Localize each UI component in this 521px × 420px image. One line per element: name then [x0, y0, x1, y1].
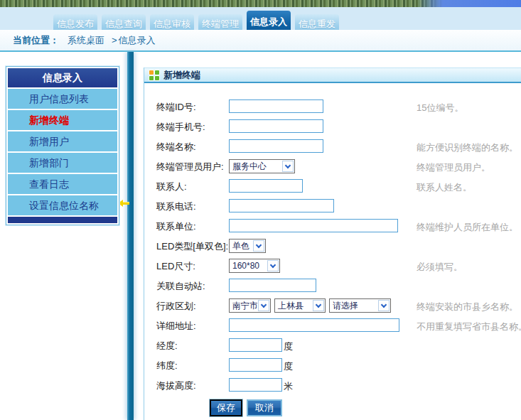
form-row-admin-user: 终端管理员用户: 服务中心 终端管理员用户。 — [144, 159, 521, 179]
longitude-label: 经度: — [156, 338, 229, 352]
region-county-select[interactable]: 上林县 — [274, 298, 326, 313]
sidebar-footer-bar — [8, 217, 117, 223]
led-type-select[interactable]: 单色 — [229, 239, 266, 253]
address-input[interactable] — [229, 318, 399, 332]
contact-name-input[interactable] — [229, 179, 303, 193]
auto-station-input[interactable] — [229, 279, 316, 292]
chevron-down-icon — [253, 240, 264, 252]
sidebar-item-view-log[interactable]: 查看日志 — [8, 174, 117, 194]
sidebar-item-add-department[interactable]: 新增部门 — [8, 153, 117, 173]
terminal-id-label: 终端ID号: — [156, 99, 229, 114]
sidebar-item-user-list[interactable]: 用户信息列表 — [8, 89, 117, 109]
altitude-unit: 米 — [284, 378, 293, 393]
breadcrumb-prefix: 当前位置： — [13, 34, 59, 47]
longitude-input[interactable] — [229, 338, 282, 352]
admin-user-hint: 终端管理员用户。 — [417, 161, 490, 174]
form-row-altitude: 海拔高度: 米 — [144, 378, 521, 398]
terminal-phone-label: 终端手机号: — [156, 119, 229, 134]
sidebar-divider-stripe — [127, 52, 134, 420]
contact-name-label: 联系人: — [156, 179, 229, 193]
form-row-contact-phone: 联系电话: — [144, 199, 521, 219]
form-row-auto-station: 关联自动站: — [144, 279, 521, 298]
led-size-label: LED尺寸: — [156, 259, 229, 273]
panel-title: 新增终端 — [163, 69, 200, 82]
form-row-address: 详细地址: 不用重复填写省市县名称。 — [144, 318, 521, 338]
form-row-terminal-phone: 终端手机号: — [144, 119, 521, 139]
chevron-down-icon — [258, 300, 269, 311]
region-town-select[interactable]: 请选择 — [329, 298, 391, 313]
latitude-input[interactable] — [229, 358, 282, 372]
auto-station-label: 关联自动站: — [156, 279, 229, 293]
region-hint: 终端安装的市县乡名称。 — [417, 301, 518, 313]
sidebar-item-add-user[interactable]: 新增用户 — [8, 131, 117, 151]
breadcrumb-separator: > — [112, 35, 117, 45]
add-terminal-form: 终端ID号: 15位编号。 终端手机号: 终端名称: 能方便识别终端的名称。 终… — [144, 83, 521, 416]
region-city-select[interactable]: 南宁市 — [229, 298, 271, 313]
form-row-terminal-id: 终端ID号: 15位编号。 — [144, 99, 521, 119]
form-row-contact-name: 联系人: 联系人姓名。 — [144, 179, 521, 199]
terminal-id-hint: 15位编号。 — [417, 102, 463, 114]
sidebar-collapse-handle[interactable] — [118, 200, 130, 207]
form-row-latitude: 纬度: 度 — [144, 358, 521, 378]
top-nav-bar: 信息发布 信息查询 信息审核 终端管理 信息录入 信息重发 — [0, 7, 521, 30]
save-button[interactable]: 保存 — [210, 399, 242, 416]
terminal-phone-input[interactable] — [229, 119, 323, 133]
form-row-terminal-name: 终端名称: 能方便识别终端的名称。 — [144, 139, 521, 159]
admin-user-label: 终端管理员用户: — [156, 159, 229, 173]
contact-org-label: 联系单位: — [156, 219, 229, 233]
form-row-led-type: LED类型[单双色]: 单色 — [144, 239, 521, 259]
led-type-label: LED类型[单双色]: — [156, 239, 229, 253]
chevron-down-icon — [313, 300, 324, 311]
contact-org-hint: 终端维护人员所在单位。 — [417, 221, 518, 234]
led-size-hint: 必须填写。 — [417, 261, 463, 274]
chevron-down-icon — [378, 300, 390, 311]
contact-phone-input[interactable] — [229, 199, 334, 212]
breadcrumb-current[interactable]: 信息录入 — [119, 34, 156, 47]
sidebar-item-set-info-slot-name[interactable]: 设置信息位名称 — [8, 195, 117, 215]
altitude-label: 海拔高度: — [156, 378, 229, 392]
address-label: 详细地址: — [156, 318, 229, 333]
admin-user-select[interactable]: 服务中心 — [229, 159, 295, 173]
terminal-name-label: 终端名称: — [156, 139, 229, 154]
form-row-longitude: 经度: 度 — [144, 338, 521, 358]
latitude-label: 纬度: — [156, 358, 229, 372]
led-size-select[interactable]: 160*80 — [229, 259, 280, 273]
contact-phone-label: 联系电话: — [156, 199, 229, 213]
form-buttons: 保存 取消 — [144, 398, 521, 416]
form-row-led-size: LED尺寸: 160*80 必须填写。 — [144, 259, 521, 279]
add-terminal-panel: 新增终端 终端ID号: 15位编号。 终端手机号: 终端名称: 能方便识别终端的… — [144, 68, 521, 420]
terminal-name-hint: 能方便识别终端的名称。 — [417, 141, 518, 154]
terminal-name-input[interactable] — [229, 139, 323, 153]
sidebar-item-add-terminal[interactable]: 新增终端 — [8, 110, 117, 130]
header-photo-banner — [0, 0, 521, 7]
longitude-unit: 度 — [284, 338, 293, 353]
chevron-down-icon — [282, 161, 294, 172]
latitude-unit: 度 — [284, 358, 293, 373]
chevron-down-icon — [267, 260, 279, 271]
panel-header: 新增终端 — [144, 68, 521, 83]
contact-org-input[interactable] — [229, 219, 398, 232]
region-label: 行政区划: — [156, 298, 229, 313]
arrow-tail — [123, 202, 129, 205]
form-row-region: 行政区划: 南宁市 上林县 请选择 终端安装的市县乡名称。 — [144, 298, 521, 318]
form-row-contact-org: 联系单位: 终端维护人员所在单位。 — [144, 219, 521, 239]
terminal-id-input[interactable] — [229, 99, 323, 113]
grid-icon — [149, 70, 159, 80]
sidebar-title: 信息录入 — [8, 68, 117, 87]
address-hint: 不用重复填写省市县名称。 — [417, 321, 521, 333]
cancel-button[interactable]: 取消 — [247, 399, 282, 416]
sidebar: 信息录入 用户信息列表 新增终端 新增用户 新增部门 查看日志 设置信息位名称 — [6, 66, 119, 225]
contact-name-hint: 联系人姓名。 — [417, 181, 472, 194]
breadcrumb-home-link[interactable]: 系统桌面 — [68, 34, 104, 47]
breadcrumb: 当前位置： 系统桌面 > 信息录入 — [0, 30, 521, 52]
altitude-input[interactable] — [229, 378, 282, 392]
